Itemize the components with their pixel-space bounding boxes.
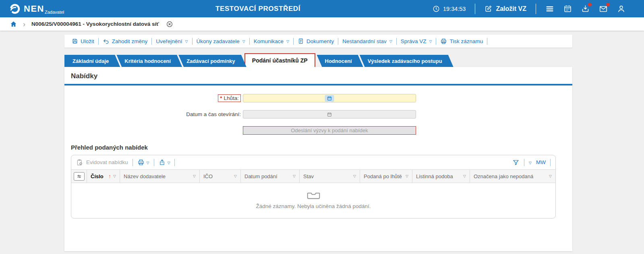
menu-ukony-zadavatele[interactable]: Úkony zadavatele ▽ xyxy=(193,38,249,44)
clipboard-gear-icon xyxy=(76,159,83,166)
toolbar-item-label: Úkony zadavatele xyxy=(197,38,240,44)
column-filter-icon[interactable]: ▽ xyxy=(463,174,466,178)
column-filter-icon[interactable]: ▽ xyxy=(549,174,552,178)
column-filter-icon[interactable]: ▽ xyxy=(353,174,356,178)
toolbar-divider xyxy=(174,159,175,166)
topbar-divider xyxy=(475,4,475,14)
nen-logo-icon xyxy=(9,3,21,15)
brand[interactable]: NEN Zadavatel xyxy=(0,3,64,15)
user-icon xyxy=(617,4,625,13)
menu-sprava-vz[interactable]: Správa VZ ▽ xyxy=(397,38,436,44)
filter-button[interactable] xyxy=(512,159,520,166)
column-header-cislo[interactable]: Číslo ↑ ▽ xyxy=(87,170,120,183)
discard-changes-button[interactable]: Zahodit změny xyxy=(99,38,152,45)
toolbar-item-label: Dokumenty xyxy=(306,38,334,44)
discard-icon xyxy=(103,38,110,45)
mw-toggle[interactable]: MW xyxy=(536,159,546,165)
create-vz-button[interactable]: Založit VZ xyxy=(485,5,526,12)
documents-button[interactable]: Dokumenty xyxy=(294,38,338,44)
breadcrumb-chevron-icon: › xyxy=(23,21,25,28)
export-table-button[interactable]: ▽ xyxy=(159,159,170,166)
toolbar-divider xyxy=(524,159,524,166)
column-filter-icon[interactable]: ▽ xyxy=(193,174,196,178)
close-icon xyxy=(166,21,173,28)
sort-asc-icon[interactable]: ↑ xyxy=(108,173,111,179)
toolbar-item-label: Tisk záznamu xyxy=(449,38,483,44)
close-record-button[interactable] xyxy=(166,21,173,28)
menu-komunikace[interactable]: Komunikace ▽ xyxy=(250,38,293,44)
column-header-listinna-podoba[interactable]: Listinná podoba ▽ xyxy=(412,170,470,183)
calendar-icon xyxy=(563,4,572,13)
brand-name: NEN xyxy=(24,4,44,13)
toolbar-item-label: Uložit xyxy=(81,38,94,44)
column-filter-icon[interactable]: ▽ xyxy=(293,174,296,178)
toolbar-divider xyxy=(550,159,551,166)
tab-zakladni-udaje[interactable]: Základní údaje xyxy=(64,55,120,67)
save-button[interactable]: Uložit xyxy=(68,38,98,44)
clock-time: 19:34:53 xyxy=(443,6,466,12)
opening-field xyxy=(243,110,416,119)
notification-badge xyxy=(588,3,592,6)
column-header-datum-podani[interactable]: Datum podání ▽ xyxy=(241,170,300,183)
environment-title: TESTOVACÍ PROSTŘEDÍ xyxy=(215,0,300,17)
column-header-oznacena-jako-nepodana[interactable]: Označena jako nepodaná ▽ xyxy=(470,170,555,183)
dropdown-icon: ▽ xyxy=(286,40,289,44)
menu-button[interactable] xyxy=(545,4,554,13)
calendar-button[interactable] xyxy=(563,4,572,13)
content-panel: Nabídky * Lhůta: xyxy=(64,67,572,251)
toolbar-divider xyxy=(133,159,133,166)
print-icon xyxy=(440,38,447,45)
clock: 19:34:53 xyxy=(433,5,466,12)
datepicker-button-disabled xyxy=(325,111,334,118)
print-record-button[interactable]: Tisk záznamu xyxy=(436,38,487,45)
deadline-label: * Lhůta: xyxy=(218,94,241,102)
column-filter-icon[interactable]: ▽ xyxy=(234,174,237,178)
dropdown-icon: ▽ xyxy=(389,40,392,44)
edit-icon xyxy=(485,5,492,12)
table-header-row: Číslo ↑ ▽ Název dodavatele ▽ IČO ▽ Datum… xyxy=(71,169,555,183)
menu-uverejneni[interactable]: Uveřejnění ▽ xyxy=(152,38,192,44)
column-settings-button[interactable] xyxy=(74,172,85,181)
home-icon xyxy=(10,21,17,27)
calendar-icon xyxy=(327,112,332,117)
column-filter-icon[interactable]: ▽ xyxy=(406,174,408,178)
tab-vysledek-zadavaciho-postupu[interactable]: Výsledek zadávacího postupu xyxy=(360,55,453,67)
section-title: Nabídky xyxy=(64,67,572,84)
tab-hodnoceni[interactable]: Hodnocení xyxy=(317,55,363,67)
toolbar-item-label: Správa VZ xyxy=(401,38,427,44)
empty-tray-icon xyxy=(307,192,320,200)
column-filter-icon[interactable]: ▽ xyxy=(113,174,116,178)
profile-button[interactable] xyxy=(617,4,625,13)
record-toolbar: Uložit Zahodit změny Uveřejnění ▽ Úkony … xyxy=(64,35,572,48)
column-header-ico[interactable]: IČO ▽ xyxy=(200,170,241,183)
offers-section-title: Přehled podaných nabídek xyxy=(64,135,572,155)
toolbar-item-label: Uveřejnění xyxy=(156,38,182,44)
tab-zadavaci-podminky[interactable]: Zadávací podmínky xyxy=(178,55,246,67)
dropdown-icon: ▽ xyxy=(242,40,245,44)
topbar-divider xyxy=(536,4,536,14)
brand-subtitle: Zadavatel xyxy=(45,10,64,15)
tab-bar: Základní údaje Kritéria hodnocení Zadáva… xyxy=(64,53,572,67)
dropdown-icon: ▽ xyxy=(185,40,188,44)
empty-message: Žádné záznamy. Nebyla učiněna žádná podá… xyxy=(256,203,371,209)
column-header-nazev-dodavatele[interactable]: Název dodavatele ▽ xyxy=(120,170,200,183)
print-table-button[interactable]: ▽ xyxy=(137,159,149,166)
deadline-field[interactable] xyxy=(243,94,416,102)
dropdown-icon[interactable]: ▽ xyxy=(147,161,149,165)
tab-kriteria-hodnoceni[interactable]: Kritéria hodnocení xyxy=(116,55,182,67)
tab-podani-ucastniku-zp[interactable]: Podání účastníků ZP xyxy=(244,53,315,67)
dropdown-icon[interactable]: ▽ xyxy=(168,161,170,165)
downloads-button[interactable] xyxy=(581,4,590,13)
menu-nestandardni-stav[interactable]: Nestandardní stav ▽ xyxy=(338,38,396,44)
create-vz-label: Založit VZ xyxy=(496,5,526,12)
send-invitation-button[interactable]: Odeslání výzvy k podání nabídek xyxy=(243,126,416,135)
funnel-icon xyxy=(512,159,520,166)
home-button[interactable] xyxy=(10,21,17,27)
dropdown-icon[interactable]: ▽ xyxy=(529,161,532,165)
column-header-stav[interactable]: Stav ▽ xyxy=(300,170,360,183)
messages-button[interactable] xyxy=(599,4,608,13)
register-offer-button[interactable]: Evidovat nabídku xyxy=(76,159,128,166)
column-header-podana-po-lhute[interactable]: Podaná po lhůtě ▽ xyxy=(360,170,412,183)
datepicker-button[interactable] xyxy=(325,95,334,102)
toolbar-divider xyxy=(487,38,487,45)
